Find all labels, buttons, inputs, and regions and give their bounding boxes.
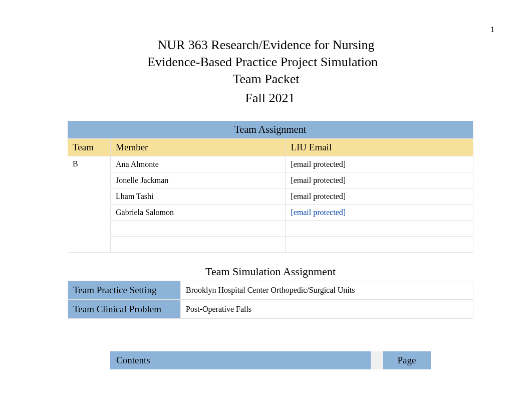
table-row: B Ana Almonte [email protected] [68, 156, 473, 172]
table-row [68, 221, 473, 237]
member-email [286, 221, 473, 237]
practice-setting-value: Brooklyn Hospital Center Orthopedic/Surg… [180, 281, 473, 300]
table-row: Contents Page [110, 351, 431, 369]
member-name: Jonelle Jackman [111, 172, 286, 188]
title-line-2: Evidence-Based Practice Project Simulati… [0, 55, 532, 70]
clinical-problem-label: Team Clinical Problem [68, 300, 180, 319]
team-letter-cell: B [68, 156, 111, 253]
member-email: [email protected] [286, 188, 473, 204]
column-header-team: Team [68, 139, 111, 156]
toc-header: Contents Page [110, 351, 431, 369]
member-name: Gabriela Salomon [111, 204, 286, 221]
table-row: Team Clinical Problem Post-Operative Fal… [68, 300, 473, 319]
content-area: Team Assignment Team Member LIU Email B … [68, 121, 473, 369]
table-row: Jonelle Jackman [email protected] [68, 172, 473, 188]
simulation-table: Team Practice Setting Brooklyn Hospital … [68, 281, 473, 319]
column-header-member: Member [111, 139, 286, 156]
member-email [286, 237, 473, 253]
table-title-row: Team Assignment [68, 121, 473, 139]
member-name: Ana Almonte [111, 156, 286, 172]
member-name [111, 221, 286, 237]
team-assignment-table: Team Assignment Team Member LIU Email B … [68, 121, 473, 253]
member-name: Lham Tashi [111, 188, 286, 204]
document-header: NUR 363 Research/Evidence for Nursing Ev… [0, 0, 532, 116]
table-row: Lham Tashi [email protected] [68, 188, 473, 204]
table-row: Gabriela Salomon [email protected] [68, 204, 473, 221]
clinical-problem-value: Post-Operative Falls [180, 300, 473, 319]
member-name [111, 237, 286, 253]
title-line-4: Fall 2021 [0, 91, 532, 106]
column-header-email: LIU Email [286, 139, 473, 156]
title-line-1: NUR 363 Research/Evidence for Nursing [0, 38, 532, 53]
member-email: [email protected] [286, 172, 473, 188]
simulation-title: Team Simulation Assignment [68, 265, 473, 278]
page-number: 1 [490, 25, 494, 34]
member-email: [email protected] [286, 156, 473, 172]
member-email: [email protected] [286, 204, 473, 221]
team-assignment-title: Team Assignment [68, 121, 473, 139]
title-line-3: Team Packet [0, 72, 532, 87]
table-row: Team Practice Setting Brooklyn Hospital … [68, 281, 473, 300]
toc-page-label: Page [383, 351, 431, 369]
email-link[interactable]: [email protected] [291, 208, 346, 217]
practice-setting-label: Team Practice Setting [68, 281, 180, 300]
table-row [68, 237, 473, 253]
toc-separator [371, 351, 383, 369]
table-header-row: Team Member LIU Email [68, 139, 473, 156]
toc-contents-label: Contents [110, 351, 371, 369]
